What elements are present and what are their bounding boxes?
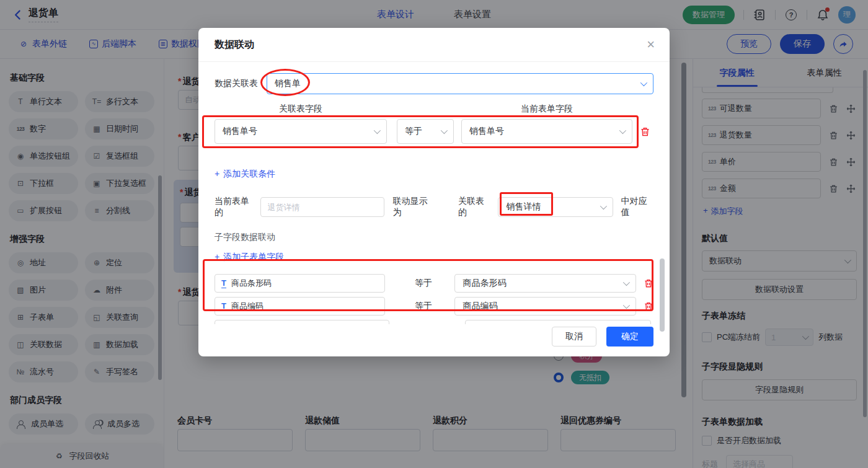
subfield-row-product-code: T商品编码 等于 商品编码 [215,297,653,316]
corresponding-value-label: 中对应值 [621,196,653,218]
subfield-target-select[interactable]: 商品编码 [454,297,636,316]
link-table-row: 数据关联表 销售单 [215,73,653,94]
cancel-button[interactable]: 取消 [552,327,596,347]
subfield-row-clipped [215,320,653,324]
add-subfield-link[interactable]: +添加子表单字段 [215,252,284,263]
chevron-down-icon [623,302,630,309]
plus-icon: + [215,169,219,180]
chevron-down-icon [623,279,630,286]
chevron-down-icon [619,127,626,134]
assoc-field-select[interactable]: 销售单号 [215,119,387,144]
subfield-row-barcode: T商品条形码 等于 商品条形码 [215,274,653,293]
chevron-down-icon [600,203,606,210]
operator-select[interactable]: 等于 [397,119,454,144]
modal-footer: 取消 确定 [552,327,653,347]
subfield-target-select [465,320,651,324]
display-as-label: 联动显示为 [393,196,434,218]
current-form-field-header: 当前表单字段 [461,104,632,115]
condition-column-headers: 关联表字段 当前表单字段 [215,104,653,115]
subfield-source-box[interactable]: T商品编码 [215,297,385,316]
subfield-rows: T商品条形码 等于 商品条形码 T商品编码 等于 商品编码 [215,271,653,324]
display-mapping-row: 当前表单的 联动显示为 关联表的 销售详情 中对应值 [215,196,653,218]
equals-label: 等于 [415,278,448,289]
delete-subfield-icon[interactable] [644,301,653,311]
assoc-table-field-header: 关联表字段 [215,104,387,115]
modal-header: 数据联动 × [198,28,670,62]
chevron-down-icon [640,79,647,86]
modal-title: 数据联动 [215,38,254,51]
chevron-down-icon [374,127,381,134]
add-subfield-wrap: +添加子表单字段 [215,252,653,263]
assoc-table-label: 关联表的 [458,196,490,218]
link-table-label: 数据关联表 [215,78,258,89]
delete-condition-icon[interactable] [640,126,650,137]
data-linkage-modal: 数据联动 × 数据关联表 销售单 关联表字段 当前表单字段 销售单号 等于 [198,28,670,356]
subfield-target-select[interactable]: 商品条形码 [454,274,636,293]
add-condition-wrap: +添加关联条件 [215,169,653,180]
delete-subfield-icon[interactable] [644,278,653,288]
close-icon[interactable]: × [647,38,655,51]
plus-icon: + [215,252,219,263]
text-type-icon: T [221,302,226,311]
subfield-source-box [215,320,389,324]
modal-scrollbar[interactable] [660,258,665,332]
condition-row: 销售单号 等于 销售单号 [215,119,653,144]
modal-body: 数据关联表 销售单 关联表字段 当前表单字段 销售单号 等于 销售单号 [198,73,670,324]
subfield-linkage-label: 子字段数据联动 [215,232,653,243]
current-field-select[interactable]: 销售单号 [461,119,632,144]
display-field-input[interactable] [260,197,384,217]
chevron-down-icon [441,127,448,134]
equals-label: 等于 [415,301,448,312]
assoc-display-select[interactable]: 销售详情 [498,197,613,217]
link-table-select[interactable]: 销售单 [267,73,653,94]
text-type-icon: T [221,279,226,288]
confirm-button[interactable]: 确定 [606,327,653,347]
subfield-source-box[interactable]: T商品条形码 [215,274,385,293]
add-condition-link[interactable]: +添加关联条件 [215,169,275,180]
current-form-prefix: 当前表单的 [215,196,255,218]
